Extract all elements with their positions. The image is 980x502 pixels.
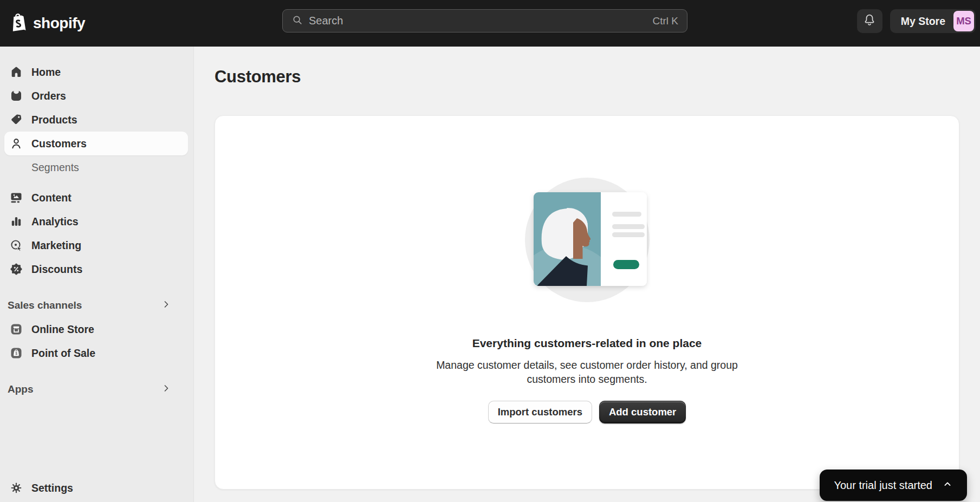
import-customers-button[interactable]: Import customers [488, 401, 592, 423]
sidebar-section-gap [4, 281, 188, 298]
empty-state-description: Manage customer details, see customer or… [422, 358, 752, 386]
sidebar-item-label: Orders [31, 90, 66, 102]
sidebar-item-label: Marketing [31, 239, 81, 252]
sidebar-item-label: Discounts [31, 263, 82, 276]
store-name: My Store [901, 15, 945, 28]
sidebar-item-content[interactable]: Content [4, 186, 188, 210]
customer-illustration [524, 177, 651, 305]
analytics-icon [10, 215, 23, 228]
sidebar-section-gap [4, 365, 188, 382]
sidebar-item-point-of-sale[interactable]: Point of Sale [4, 341, 188, 365]
customers-empty-state-card: Everything customers-related in one plac… [215, 115, 959, 490]
content-icon [10, 191, 23, 204]
sidebar-item-analytics[interactable]: Analytics [4, 210, 188, 233]
sidebar-divider-gap [4, 179, 188, 186]
sidebar-item-home[interactable]: Home [4, 60, 188, 84]
sidebar-item-label: Segments [31, 161, 79, 174]
sales-channels-header[interactable]: Sales channels [4, 298, 188, 313]
sidebar-item-label: Settings [31, 482, 73, 494]
sidebar: Home Orders Products Customers Segments … [0, 47, 194, 502]
add-customer-button[interactable]: Add customer [599, 401, 686, 423]
empty-state-heading: Everything customers-related in one plac… [472, 337, 702, 350]
sidebar-item-discounts[interactable]: Discounts [4, 257, 188, 281]
chevron-right-icon [161, 299, 172, 312]
home-icon [10, 66, 23, 79]
sidebar-item-label: Customers [31, 138, 87, 150]
sidebar-item-label: Online Store [31, 323, 94, 336]
point-of-sale-icon [10, 347, 23, 360]
search-placeholder: Search [309, 15, 343, 27]
shopify-wordmark: shopify [33, 15, 85, 32]
search-icon [291, 14, 303, 28]
sidebar-item-settings[interactable]: Settings [4, 476, 188, 500]
sidebar-item-segments[interactable]: Segments [4, 155, 188, 179]
marketing-icon [10, 239, 23, 252]
sidebar-item-label: Content [31, 192, 72, 204]
sidebar-item-label: Products [31, 114, 77, 126]
sidebar-item-customers[interactable]: Customers [4, 132, 188, 155]
trial-status-bar[interactable]: Your trial just started [820, 470, 967, 501]
shopify-bag-icon [9, 11, 28, 35]
sidebar-bottom: Settings [4, 476, 188, 500]
empty-state-actions: Import customers Add customer [488, 401, 686, 423]
store-menu-button[interactable]: My Store MS [890, 9, 976, 33]
store-avatar: MS [953, 11, 974, 31]
search-input[interactable]: Search Ctrl K [282, 9, 687, 32]
gear-icon [10, 481, 23, 494]
chevron-right-icon [161, 383, 172, 396]
topbar: shopify Search Ctrl K My Store MS [0, 0, 980, 47]
bell-icon [862, 13, 877, 29]
sidebar-item-online-store[interactable]: Online Store [4, 317, 188, 341]
sidebar-item-label: Home [31, 66, 61, 79]
topbar-actions: My Store MS [857, 9, 976, 33]
sidebar-item-label: Analytics [31, 216, 79, 228]
products-icon [10, 113, 23, 126]
chevron-up-icon [942, 479, 953, 492]
sidebar-item-products[interactable]: Products [4, 108, 188, 132]
search-shortcut: Ctrl K [653, 15, 679, 27]
customers-icon [10, 137, 23, 150]
sidebar-item-marketing[interactable]: Marketing [4, 233, 188, 257]
page-title: Customers [215, 67, 959, 87]
shopify-logo[interactable]: shopify [9, 11, 85, 35]
sidebar-item-label: Point of Sale [31, 347, 95, 360]
online-store-icon [10, 323, 23, 336]
trial-label: Your trial just started [834, 479, 932, 492]
notifications-button[interactable] [857, 9, 882, 33]
discounts-icon [10, 263, 23, 276]
main-content: Customers [194, 47, 980, 502]
sidebar-item-orders[interactable]: Orders [4, 84, 188, 108]
apps-header[interactable]: Apps [4, 382, 188, 397]
orders-icon [10, 89, 23, 102]
section-header-label: Apps [8, 383, 34, 395]
section-header-label: Sales channels [8, 299, 82, 311]
